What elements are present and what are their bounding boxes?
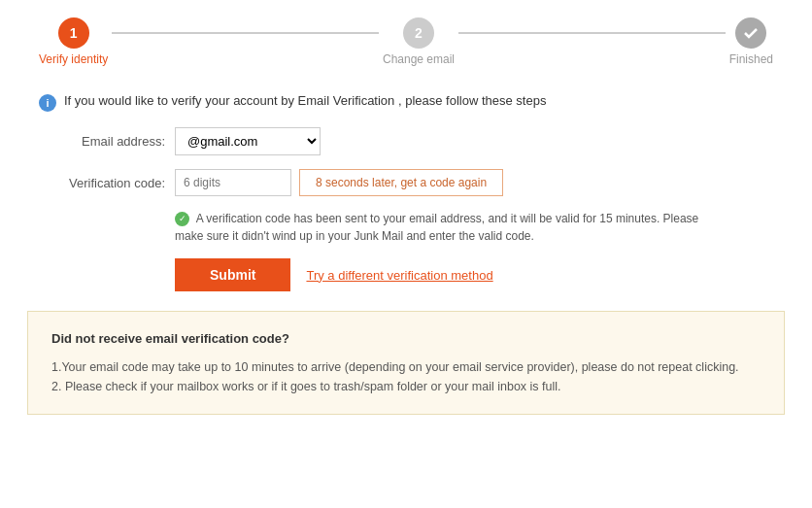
help-item-1: 1.Your email code may take up to 10 minu…: [51, 357, 761, 377]
email-row: Email address: @gmail.com: [39, 127, 773, 155]
form-section: Email address: @gmail.com Verification c…: [39, 127, 773, 291]
stepper: 1 Verify identity 2 Change email Finishe…: [0, 0, 812, 76]
step-3-label: Finished: [729, 52, 773, 66]
step-connector-2: [458, 32, 726, 34]
code-label: Verification code:: [39, 176, 165, 190]
submit-row: Submit Try a different verification meth…: [175, 258, 773, 291]
info-message: If you would like to verify your account…: [64, 93, 546, 108]
step-3: Finished: [729, 17, 773, 66]
step-2-label: Change email: [383, 52, 455, 66]
step-1: 1 Verify identity: [39, 17, 108, 66]
check-icon: [743, 25, 759, 41]
step-2: 2 Change email: [383, 17, 455, 66]
email-label: Email address:: [39, 134, 165, 149]
hint-text: A verification code has been sent to you…: [175, 212, 698, 243]
help-box: Did not receive email verification code?…: [27, 311, 785, 415]
step-1-label: Verify identity: [39, 52, 108, 66]
hint-check-icon: ✓: [175, 212, 189, 226]
alt-method-link[interactable]: Try a different verification method: [306, 268, 492, 283]
verification-hint: ✓ A verification code has been sent to y…: [175, 210, 728, 245]
info-icon: i: [39, 94, 56, 112]
code-input[interactable]: [175, 169, 291, 196]
email-select[interactable]: @gmail.com: [175, 127, 321, 155]
verification-code-row: Verification code: 8 seconds later, get …: [39, 169, 773, 196]
submit-button[interactable]: Submit: [175, 258, 290, 291]
info-box: i If you would like to verify your accou…: [39, 93, 773, 112]
step-3-circle: [735, 17, 766, 49]
step-1-number: 1: [70, 25, 78, 41]
help-box-title: Did not receive email verification code?: [51, 329, 761, 350]
step-connector-1: [112, 32, 379, 34]
help-item-2: 2. Please check if your mailbox works or…: [51, 377, 761, 396]
step-2-number: 2: [415, 25, 423, 41]
step-1-circle: 1: [58, 17, 89, 49]
step-2-circle: 2: [403, 17, 434, 49]
get-code-button[interactable]: 8 seconds later, get a code again: [299, 169, 503, 196]
